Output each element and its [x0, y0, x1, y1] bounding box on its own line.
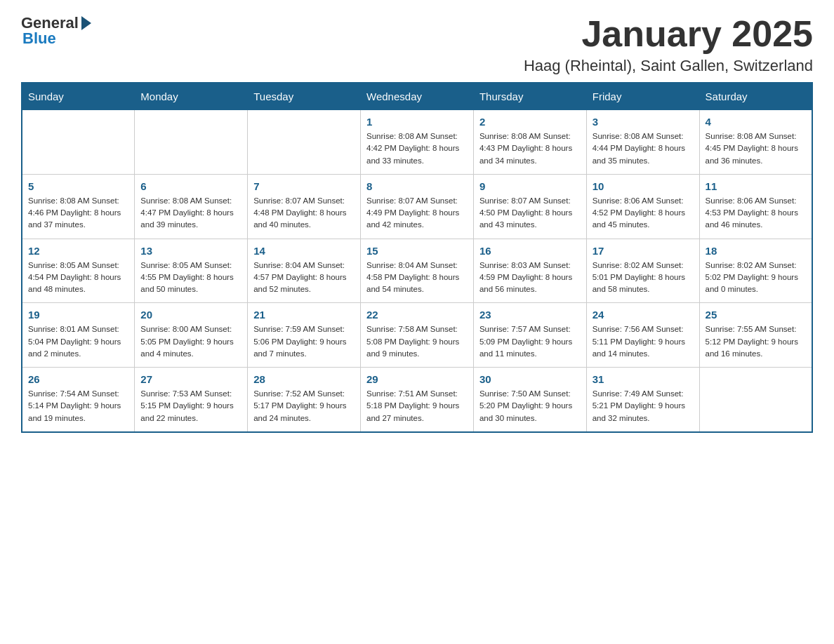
day-number: 25 [706, 309, 806, 321]
day-info: Sunrise: 7:52 AM Sunset: 5:17 PM Dayligh… [253, 388, 355, 424]
day-number: 29 [366, 373, 468, 385]
calendar-day-cell: 10Sunrise: 8:06 AM Sunset: 4:52 PM Dayli… [586, 174, 699, 239]
day-number: 21 [253, 309, 355, 321]
calendar-day-header: Sunday [22, 83, 135, 110]
day-number: 5 [28, 180, 128, 192]
calendar-day-header: Saturday [699, 83, 812, 110]
logo-blue-text: Blue [22, 29, 56, 48]
calendar-day-cell: 8Sunrise: 8:07 AM Sunset: 4:49 PM Daylig… [361, 174, 474, 239]
day-number: 11 [706, 180, 806, 192]
day-info: Sunrise: 8:08 AM Sunset: 4:42 PM Dayligh… [366, 130, 468, 167]
day-number: 3 [593, 116, 694, 128]
calendar-day-cell: 22Sunrise: 7:58 AM Sunset: 5:08 PM Dayli… [361, 303, 474, 368]
calendar-day-cell [699, 368, 812, 432]
day-number: 10 [593, 180, 694, 192]
day-info: Sunrise: 7:53 AM Sunset: 5:15 PM Dayligh… [140, 388, 241, 424]
day-info: Sunrise: 8:08 AM Sunset: 4:46 PM Dayligh… [28, 195, 128, 232]
day-info: Sunrise: 8:08 AM Sunset: 4:44 PM Dayligh… [593, 130, 694, 167]
calendar-day-cell: 30Sunrise: 7:50 AM Sunset: 5:20 PM Dayli… [473, 368, 586, 432]
month-title: January 2025 [524, 14, 813, 54]
day-info: Sunrise: 8:04 AM Sunset: 4:58 PM Dayligh… [366, 260, 468, 296]
calendar-header-row: SundayMondayTuesdayWednesdayThursdayFrid… [22, 83, 812, 110]
day-info: Sunrise: 7:58 AM Sunset: 5:08 PM Dayligh… [366, 323, 468, 360]
calendar-day-cell [22, 110, 135, 175]
page-header: General Blue January 2025 Haag (Rheintal… [21, 14, 813, 75]
calendar-day-cell: 7Sunrise: 8:07 AM Sunset: 4:48 PM Daylig… [248, 174, 361, 239]
day-info: Sunrise: 7:57 AM Sunset: 5:09 PM Dayligh… [479, 323, 581, 360]
calendar-day-cell: 21Sunrise: 7:59 AM Sunset: 5:06 PM Dayli… [248, 303, 361, 368]
day-info: Sunrise: 8:07 AM Sunset: 4:50 PM Dayligh… [479, 195, 581, 232]
day-info: Sunrise: 8:04 AM Sunset: 4:57 PM Dayligh… [253, 260, 355, 296]
day-number: 17 [593, 245, 694, 257]
day-info: Sunrise: 8:05 AM Sunset: 4:55 PM Dayligh… [140, 260, 241, 296]
day-number: 16 [479, 245, 581, 257]
day-number: 22 [366, 309, 468, 321]
calendar-week-row: 26Sunrise: 7:54 AM Sunset: 5:14 PM Dayli… [22, 368, 812, 432]
day-info: Sunrise: 7:54 AM Sunset: 5:14 PM Dayligh… [28, 388, 128, 424]
day-number: 19 [28, 309, 128, 321]
calendar-day-cell: 9Sunrise: 8:07 AM Sunset: 4:50 PM Daylig… [473, 174, 586, 239]
calendar-day-header: Friday [586, 83, 699, 110]
day-number: 23 [479, 309, 581, 321]
day-number: 26 [28, 373, 128, 385]
day-info: Sunrise: 8:08 AM Sunset: 4:43 PM Dayligh… [479, 130, 581, 167]
calendar-day-cell: 11Sunrise: 8:06 AM Sunset: 4:53 PM Dayli… [699, 174, 812, 239]
calendar-day-cell: 1Sunrise: 8:08 AM Sunset: 4:42 PM Daylig… [361, 110, 474, 175]
calendar-day-cell: 5Sunrise: 8:08 AM Sunset: 4:46 PM Daylig… [22, 174, 135, 239]
day-info: Sunrise: 8:06 AM Sunset: 4:52 PM Dayligh… [593, 195, 694, 232]
day-number: 9 [479, 180, 581, 192]
logo-arrow-icon [81, 16, 91, 30]
day-info: Sunrise: 8:00 AM Sunset: 5:05 PM Dayligh… [140, 323, 241, 360]
calendar-day-cell: 20Sunrise: 8:00 AM Sunset: 5:05 PM Dayli… [135, 303, 248, 368]
day-number: 27 [140, 373, 241, 385]
day-info: Sunrise: 7:51 AM Sunset: 5:18 PM Dayligh… [366, 388, 468, 424]
day-number: 14 [253, 245, 355, 257]
calendar-day-cell: 17Sunrise: 8:02 AM Sunset: 5:01 PM Dayli… [586, 239, 699, 303]
day-info: Sunrise: 8:02 AM Sunset: 5:01 PM Dayligh… [593, 260, 694, 296]
day-number: 20 [140, 309, 241, 321]
day-info: Sunrise: 8:07 AM Sunset: 4:48 PM Dayligh… [253, 195, 355, 232]
calendar-day-cell [135, 110, 248, 175]
day-number: 24 [593, 309, 694, 321]
day-info: Sunrise: 7:50 AM Sunset: 5:20 PM Dayligh… [479, 388, 581, 424]
day-info: Sunrise: 8:02 AM Sunset: 5:02 PM Dayligh… [706, 260, 806, 296]
day-number: 8 [366, 180, 468, 192]
day-number: 15 [366, 245, 468, 257]
day-info: Sunrise: 7:49 AM Sunset: 5:21 PM Dayligh… [593, 388, 694, 424]
day-info: Sunrise: 8:06 AM Sunset: 4:53 PM Dayligh… [706, 195, 806, 232]
calendar-day-cell: 2Sunrise: 8:08 AM Sunset: 4:43 PM Daylig… [473, 110, 586, 175]
calendar-day-cell: 24Sunrise: 7:56 AM Sunset: 5:11 PM Dayli… [586, 303, 699, 368]
day-info: Sunrise: 8:05 AM Sunset: 4:54 PM Dayligh… [28, 260, 128, 296]
day-info: Sunrise: 7:59 AM Sunset: 5:06 PM Dayligh… [253, 323, 355, 360]
day-number: 12 [28, 245, 128, 257]
day-number: 18 [706, 245, 806, 257]
calendar-day-cell: 13Sunrise: 8:05 AM Sunset: 4:55 PM Dayli… [135, 239, 248, 303]
calendar-day-cell: 15Sunrise: 8:04 AM Sunset: 4:58 PM Dayli… [361, 239, 474, 303]
calendar-table: SundayMondayTuesdayWednesdayThursdayFrid… [21, 82, 813, 433]
calendar-day-cell: 12Sunrise: 8:05 AM Sunset: 4:54 PM Dayli… [22, 239, 135, 303]
calendar-day-cell: 16Sunrise: 8:03 AM Sunset: 4:59 PM Dayli… [473, 239, 586, 303]
day-info: Sunrise: 8:08 AM Sunset: 4:47 PM Dayligh… [140, 195, 241, 232]
calendar-day-header: Monday [135, 83, 248, 110]
day-info: Sunrise: 8:07 AM Sunset: 4:49 PM Dayligh… [366, 195, 468, 232]
calendar-week-row: 12Sunrise: 8:05 AM Sunset: 4:54 PM Dayli… [22, 239, 812, 303]
day-info: Sunrise: 8:08 AM Sunset: 4:45 PM Dayligh… [706, 130, 806, 167]
day-number: 6 [140, 180, 241, 192]
day-number: 13 [140, 245, 241, 257]
title-block: January 2025 Haag (Rheintal), Saint Gall… [524, 14, 813, 75]
calendar-day-cell: 3Sunrise: 8:08 AM Sunset: 4:44 PM Daylig… [586, 110, 699, 175]
calendar-day-cell: 29Sunrise: 7:51 AM Sunset: 5:18 PM Dayli… [361, 368, 474, 432]
calendar-day-cell: 31Sunrise: 7:49 AM Sunset: 5:21 PM Dayli… [586, 368, 699, 432]
location-title: Haag (Rheintal), Saint Gallen, Switzerla… [524, 57, 813, 75]
calendar-day-cell: 4Sunrise: 8:08 AM Sunset: 4:45 PM Daylig… [699, 110, 812, 175]
day-number: 28 [253, 373, 355, 385]
day-number: 31 [593, 373, 694, 385]
calendar-day-cell: 28Sunrise: 7:52 AM Sunset: 5:17 PM Dayli… [248, 368, 361, 432]
calendar-day-cell: 26Sunrise: 7:54 AM Sunset: 5:14 PM Dayli… [22, 368, 135, 432]
calendar-day-cell: 19Sunrise: 8:01 AM Sunset: 5:04 PM Dayli… [22, 303, 135, 368]
logo: General Blue [21, 14, 91, 48]
calendar-day-header: Tuesday [248, 83, 361, 110]
day-info: Sunrise: 8:01 AM Sunset: 5:04 PM Dayligh… [28, 323, 128, 360]
day-number: 1 [366, 116, 468, 128]
day-number: 7 [253, 180, 355, 192]
